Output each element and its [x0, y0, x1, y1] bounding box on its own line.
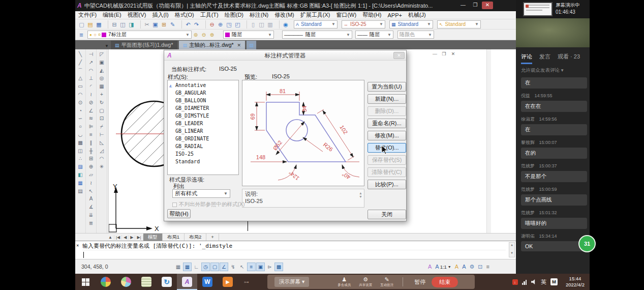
network-icon[interactable] — [522, 279, 528, 285]
menu-draw[interactable]: 绘图(D) — [222, 11, 247, 19]
save-override-button[interactable]: 保存替代(S) — [367, 155, 406, 165]
viewport-single-icon[interactable]: ▯ — [247, 20, 257, 28]
snap-icon[interactable]: ▦ — [183, 263, 192, 271]
trim-icon[interactable]: ⌿ — [98, 123, 106, 131]
style-list-item[interactable]: GB_DIAMETER — [168, 104, 238, 112]
offset-icon[interactable]: ◎ — [98, 74, 106, 82]
style-list-item[interactable]: GB_LINEAR — [168, 127, 238, 135]
circle-icon[interactable]: ⊙ — [76, 99, 85, 107]
arc-length-dimension-icon[interactable]: ◠ — [87, 67, 96, 75]
make-layer-current-icon[interactable]: ⊜ — [192, 32, 200, 38]
taskbar-sync[interactable]: ↻ — [157, 274, 177, 290]
tab-scroll-first-icon[interactable]: ▲ — [107, 235, 114, 240]
pan-icon[interactable]: ⊖ — [205, 20, 216, 28]
dynamic-input-icon[interactable]: ↯ — [229, 263, 237, 271]
linear-dimension-icon[interactable]: ⊣ — [87, 50, 96, 59]
copy-object-icon[interactable]: ▣ — [98, 59, 106, 67]
scale-caret-icon[interactable]: ▼ — [448, 265, 451, 269]
continue-dimension-icon[interactable]: ≡ — [87, 131, 96, 139]
object-snap-icon[interactable]: ▢ — [210, 263, 219, 271]
settings-gear-icon[interactable]: ⚙ — [469, 264, 474, 270]
menu-dimension[interactable]: 标注(N) — [247, 11, 271, 19]
command-line[interactable]: ✕ 输入要替代的标注变量名或 [清除替代(C)]: '_dimstyle ▲▼ — [75, 241, 516, 259]
tab-layout2[interactable]: 布局2 — [185, 234, 206, 241]
dimension-style-icon[interactable]: ≣ — [87, 219, 96, 227]
dim-style-combo[interactable]: ↔ISO-25▼ — [342, 20, 385, 28]
help-icon[interactable]: ◉ — [279, 20, 290, 28]
jogged-dimension-icon[interactable]: ≀ — [87, 91, 96, 99]
object-track-icon[interactable]: ∠ — [220, 263, 228, 271]
table-icon[interactable]: ▦ — [76, 179, 85, 187]
zoom-window-icon[interactable]: ◳ — [225, 20, 233, 28]
chamfer-icon[interactable]: ◺ — [98, 139, 106, 147]
spline-icon[interactable]: ∽ — [76, 114, 85, 123]
language-indicator[interactable]: 英 — [541, 278, 546, 286]
menu-edit[interactable]: 编辑(E) — [100, 11, 125, 19]
mdi-minimize-icon[interactable]: — — [431, 51, 439, 56]
explode-icon[interactable]: ✳ — [98, 163, 106, 171]
modify-style-button[interactable]: 修改(M)... — [367, 131, 406, 140]
arc-icon[interactable]: ◠ — [76, 91, 85, 99]
grid-icon[interactable]: ▦ — [174, 263, 182, 271]
floating-assistant-button[interactable]: 31 — [578, 235, 596, 252]
end-share-button[interactable]: 结束 — [432, 277, 458, 287]
center-mark-icon[interactable]: ⊕ — [87, 163, 96, 171]
lineweight-combo[interactable]: —— 随层▼ — [355, 31, 393, 39]
annotation-monitor-icon[interactable]: ▩ — [274, 263, 283, 271]
show-annotation-icon[interactable]: ▣ — [256, 263, 265, 271]
paste-icon[interactable]: ⊞ — [160, 20, 168, 28]
menu-app-plus[interactable]: APP+ — [384, 12, 405, 18]
menu-modify[interactable]: 修改(M) — [271, 11, 297, 19]
share-screen-button[interactable]: 演示屏幕 ▾ — [274, 277, 309, 287]
point-icon[interactable]: ∴ — [76, 155, 85, 163]
lineweight-display-icon[interactable]: ≡ — [247, 263, 256, 271]
command-scrollbar[interactable]: ▲▼ — [509, 242, 515, 257]
style-list-item[interactable]: GB_ANGULAR — [168, 89, 238, 97]
line-icon[interactable]: ╲ — [76, 50, 85, 59]
panel-tab-comments[interactable]: 评论 — [521, 53, 532, 64]
style-list-item[interactable]: ISO-25 — [168, 150, 238, 158]
publish-icon[interactable]: ◨ — [127, 20, 136, 28]
tray-download-icon[interactable]: ↓ — [512, 279, 518, 285]
menu-help[interactable]: 帮助(H) — [359, 11, 384, 19]
open-icon[interactable]: ▤ — [86, 20, 95, 28]
tab-doc-1[interactable]: ▤ 平面图形(练习)1.dwg* — [111, 41, 177, 49]
layer-combo[interactable]: ● ☼ ¤ 7标注层 ▼ — [87, 31, 192, 39]
zoom-previous-icon[interactable]: ◰ — [233, 20, 242, 28]
text-style-combo[interactable]: AStandard▼ — [294, 20, 338, 28]
ime-icon[interactable]: M — [550, 278, 558, 285]
style-list-item[interactable]: GB_RADIAL — [168, 142, 238, 150]
dialog-close-icon[interactable]: ✕ — [393, 52, 405, 59]
clock[interactable]: 15:44 2022/4/2 — [566, 276, 585, 288]
tab-list-icon[interactable]: ▼ — [75, 44, 111, 49]
angular-2-icon[interactable]: ∡ — [87, 203, 96, 211]
taskbar-notes[interactable] — [136, 274, 157, 290]
blend-icon[interactable]: ◠ — [98, 155, 106, 163]
polyline-icon[interactable]: ⌒ — [76, 67, 85, 75]
layer-manager-icon[interactable]: ≣ — [77, 32, 85, 38]
jogged-linear-icon[interactable]: ≀ — [87, 179, 96, 187]
ordinate-dimension-icon[interactable]: ⊥ — [87, 74, 96, 82]
status-menu-icon[interactable]: ≡ — [486, 264, 489, 270]
mleader-style-combo[interactable]: ↖Standard▼ — [437, 20, 481, 28]
angular-dimension-icon[interactable]: ∠ — [87, 107, 96, 115]
tab-model[interactable]: 模型 — [143, 234, 163, 241]
annotation-add-icon[interactable]: A — [462, 264, 466, 270]
menu-express[interactable]: 扩展工具(X) — [297, 11, 333, 19]
mdi-close-icon[interactable]: ✕ — [449, 51, 457, 56]
redo-icon[interactable]: ↷ — [192, 20, 201, 28]
extend-icon[interactable]: ⊢ — [98, 131, 106, 139]
inspection-icon[interactable]: ▱ — [87, 171, 96, 179]
camera-feed[interactable] — [516, 18, 590, 47]
tab-new-layout[interactable]: + — [206, 234, 219, 241]
construction-line-icon[interactable]: ╱ — [76, 59, 85, 67]
multileader-icon[interactable]: ↖ — [87, 187, 96, 195]
tab-scroll-right-icon[interactable]: ▶ — [129, 235, 135, 240]
menu-view[interactable]: 视图(V) — [125, 11, 149, 19]
taskbar-paint[interactable] — [116, 274, 136, 290]
tab-doc-2[interactable]: ▤ 主轴的...标注.dwg*✕ — [179, 41, 246, 49]
menu-format[interactable]: 格式(O) — [172, 11, 197, 19]
layer-previous-icon[interactable]: ⊖ — [200, 32, 208, 38]
close-button[interactable]: ✕ — [482, 2, 493, 9]
menu-tools[interactable]: 工具(T) — [197, 11, 222, 19]
